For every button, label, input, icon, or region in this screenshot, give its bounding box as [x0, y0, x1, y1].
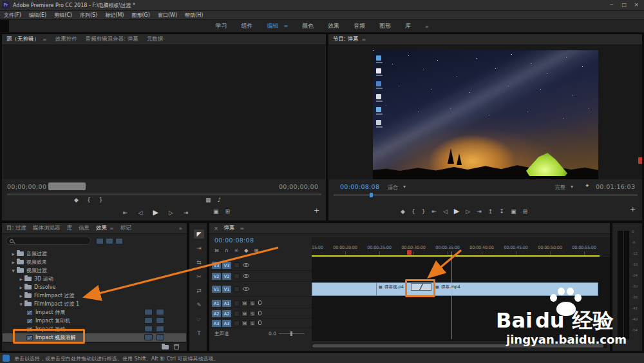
- program-scrub-bar[interactable]: [334, 194, 638, 196]
- tree-row-impact-copy-machine[interactable]: Impact 复印机: [3, 317, 186, 325]
- add-marker-button[interactable]: ◆: [74, 197, 79, 203]
- workspace-tab-assembly[interactable]: 组件: [241, 22, 252, 30]
- menu-item-clip[interactable]: 剪辑(C): [54, 12, 72, 19]
- twirl-icon[interactable]: ▼: [10, 269, 16, 273]
- type-tool[interactable]: T: [194, 329, 204, 338]
- menu-item-marker[interactable]: 标记(M): [105, 12, 124, 19]
- selection-tool[interactable]: ◤: [194, 230, 204, 239]
- track-lock-icon[interactable]: [234, 320, 240, 326]
- 32bit-filter-icon[interactable]: [106, 238, 113, 244]
- track-lock-icon[interactable]: [234, 286, 240, 292]
- tree-row-dissolve[interactable]: ▶Dissolve: [3, 283, 186, 291]
- sequence-marker[interactable]: [407, 250, 412, 255]
- maximize-button[interactable]: □: [621, 3, 627, 8]
- timeline-settings-icon[interactable]: ⊞: [254, 248, 258, 253]
- razor-tool[interactable]: ✂: [194, 272, 204, 281]
- track-output-eye-icon[interactable]: [243, 287, 249, 291]
- source-assign-v2[interactable]: V2: [212, 273, 221, 280]
- resolution-dropdown[interactable]: 完整: [555, 184, 565, 191]
- workspace-tab-audio[interactable]: 音频: [354, 22, 365, 30]
- add-button[interactable]: +: [630, 206, 636, 213]
- new-bin-icon[interactable]: [162, 345, 169, 349]
- track-select-tool[interactable]: ⇥: [194, 244, 204, 253]
- source-assign-a3[interactable]: A3: [212, 320, 221, 327]
- close-button[interactable]: ×: [634, 2, 639, 8]
- step-forward-button[interactable]: ▷: [466, 208, 470, 215]
- add-button[interactable]: +: [314, 207, 319, 214]
- tree-row-3d-motion[interactable]: ▶3D 运动: [3, 275, 186, 283]
- tab-source[interactable]: 源（无剪辑）: [6, 35, 39, 43]
- solo-button[interactable]: S: [249, 320, 256, 326]
- master-fader-knob[interactable]: [290, 331, 292, 336]
- lift-button[interactable]: ↥: [488, 208, 493, 215]
- track-output-eye-icon[interactable]: [243, 263, 249, 267]
- playhead-line[interactable]: [451, 251, 452, 339]
- step-back-button[interactable]: ◁: [443, 208, 448, 215]
- twirl-icon[interactable]: ▶: [10, 260, 16, 264]
- drag-audio-icon[interactable]: ♪: [218, 197, 222, 203]
- source-panel-menu-icon[interactable]: ≡: [43, 37, 47, 43]
- accelerated-effects-filter-icon[interactable]: [96, 238, 104, 244]
- twirl-icon[interactable]: ▶: [18, 294, 24, 298]
- button-editor-icon[interactable]: ⊞: [522, 208, 527, 215]
- track-target-v1[interactable]: V1: [222, 286, 231, 293]
- track-lock-icon[interactable]: [234, 262, 240, 268]
- track-lock-icon[interactable]: [234, 273, 240, 279]
- workspace-tab-learn[interactable]: 学习: [215, 22, 227, 30]
- mute-button[interactable]: M: [242, 311, 248, 317]
- search-input[interactable]: [16, 238, 80, 244]
- tab-effect-controls[interactable]: 效果控件: [55, 35, 77, 43]
- program-playhead-marker[interactable]: [370, 193, 373, 197]
- play-button[interactable]: ▶: [454, 207, 459, 215]
- workspace-tab-effects[interactable]: 效果: [328, 22, 339, 30]
- workspace-overflow-icon[interactable]: »: [425, 23, 429, 30]
- fit-dropdown[interactable]: 适合: [388, 184, 398, 191]
- button-editor-icon[interactable]: ⊞: [225, 208, 231, 215]
- menu-item-window[interactable]: 窗口(W): [158, 12, 177, 19]
- resolution-dropdown-chevron-icon[interactable]: ▾: [571, 184, 573, 190]
- mark-in-button[interactable]: {: [87, 197, 91, 203]
- twirl-icon[interactable]: ▶: [10, 252, 16, 256]
- twirl-icon[interactable]: ▶: [18, 277, 24, 281]
- extract-button[interactable]: ↧: [499, 208, 504, 215]
- yuv-filter-icon[interactable]: [115, 238, 123, 244]
- tree-row-filmimpact[interactable]: ▶FilmImpact 过渡: [3, 291, 186, 300]
- tree-row-audio-transitions[interactable]: ▶音频过渡: [3, 250, 186, 258]
- menu-item-help[interactable]: 帮助(H): [185, 12, 203, 19]
- effects-panel-menu-icon[interactable]: ≡: [109, 226, 114, 231]
- solo-button[interactable]: S: [249, 311, 256, 317]
- minimize-button[interactable]: ─: [610, 3, 613, 8]
- track-output-eye-icon[interactable]: [243, 274, 249, 278]
- workspace-menu-icon[interactable]: ≡: [283, 23, 288, 29]
- master-volume-value[interactable]: 0.0: [269, 331, 276, 337]
- program-panel-menu-icon[interactable]: ≡: [362, 37, 366, 43]
- timeline-panel-menu-icon[interactable]: ≡: [240, 226, 244, 231]
- workspace-tab-libraries[interactable]: 库: [405, 22, 411, 30]
- timeline-ruler[interactable]: 00:00:15:00 00:00:20:00 00:00:25:00 00:0…: [312, 237, 610, 255]
- add-marker-button[interactable]: ◆: [401, 208, 405, 215]
- workspace-tab-color[interactable]: 颜色: [302, 22, 314, 30]
- hand-tool[interactable]: ☞: [194, 315, 204, 324]
- track-target-a2[interactable]: A2: [222, 310, 231, 317]
- goto-in-button[interactable]: ⇤: [123, 210, 128, 216]
- goto-out-button[interactable]: ⇥: [184, 210, 189, 216]
- add-marker-icon[interactable]: ◆: [244, 248, 248, 253]
- twirl-icon[interactable]: ▼: [18, 302, 24, 306]
- linked-selection-icon[interactable]: ∞: [234, 248, 239, 253]
- mark-out-button[interactable]: }: [99, 197, 103, 203]
- tree-row-filmimpact-1[interactable]: ▼FilmImpact 过渡 1: [3, 300, 186, 308]
- tab-sequence[interactable]: 弹幕: [223, 224, 234, 232]
- tab-metadata[interactable]: 元数据: [147, 35, 164, 43]
- delete-icon[interactable]: [174, 344, 179, 349]
- source-assign-v3[interactable]: V3: [212, 262, 221, 269]
- pen-tool[interactable]: ✎: [194, 300, 204, 309]
- tab-markers[interactable]: 标记: [120, 224, 131, 232]
- track-lock-icon[interactable]: [234, 311, 240, 317]
- source-assign-a2[interactable]: A2: [212, 310, 221, 317]
- menu-item-graphics[interactable]: 图形(G): [131, 12, 149, 19]
- tab-libraries[interactable]: 库: [67, 224, 73, 232]
- tree-row-video-transitions[interactable]: ▼视频过渡: [3, 266, 186, 275]
- voiceover-mic-icon[interactable]: [258, 300, 261, 305]
- play-button[interactable]: ▶: [153, 208, 158, 217]
- ripple-edit-tool[interactable]: ⇆: [194, 258, 204, 267]
